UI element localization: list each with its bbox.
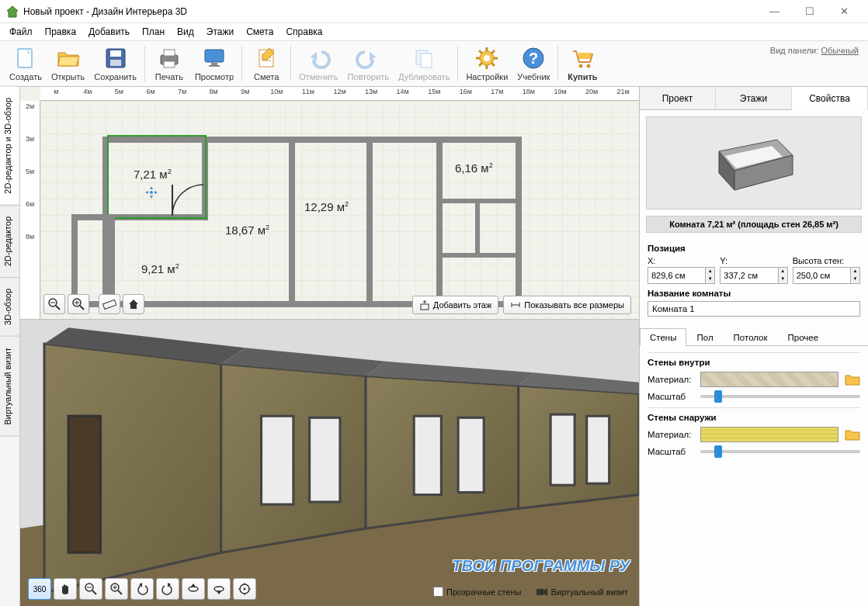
svg-rect-92 <box>536 589 543 595</box>
ruler-icon <box>102 299 116 310</box>
panel-mode-link[interactable]: Обычный <box>821 46 859 55</box>
menu-plan[interactable]: План <box>136 24 171 40</box>
home-button[interactable] <box>123 294 144 314</box>
transparent-walls-checkbox[interactable]: Прозрачные стены <box>430 583 524 600</box>
scale-outside-slider[interactable] <box>700 450 860 453</box>
orbit-button[interactable]: 360 <box>28 578 51 600</box>
virtual-visit-button[interactable]: Виртуальный визит <box>533 584 631 600</box>
scale-inside-slider[interactable] <box>700 395 860 398</box>
browse-material-outside[interactable] <box>845 428 860 442</box>
mat-tab-other[interactable]: Прочее <box>778 328 829 346</box>
menu-estimate[interactable]: Смета <box>240 24 279 40</box>
folder-open-icon <box>56 46 81 71</box>
buy-button[interactable]: Купить <box>561 43 603 85</box>
home-icon <box>127 298 140 310</box>
svg-point-84 <box>214 587 224 591</box>
undo-button[interactable]: Отменить <box>294 43 342 85</box>
svg-rect-50 <box>421 304 429 310</box>
menu-add[interactable]: Добавить <box>82 24 136 40</box>
tab-virtual-visit[interactable]: Виртуальный визит <box>0 336 19 437</box>
room-preview-3d <box>646 116 862 210</box>
menu-view[interactable]: Вид <box>171 24 200 40</box>
mat-tab-ceiling[interactable]: Потолок <box>724 328 778 346</box>
walls-outside-label: Стены снаружи <box>648 413 860 422</box>
rotate-right-button[interactable] <box>156 578 179 600</box>
save-button[interactable]: Сохранить <box>89 43 141 85</box>
svg-rect-48 <box>102 300 116 309</box>
rotate-left-button[interactable] <box>130 578 154 600</box>
svg-rect-8 <box>164 61 175 68</box>
add-floor-button[interactable]: Добавить этаж <box>412 296 498 314</box>
svg-point-32 <box>579 64 583 68</box>
show-dimensions-button[interactable]: Показывать все размеры <box>503 296 631 314</box>
orbit-icon: 360 <box>33 585 47 594</box>
menu-file[interactable]: Файл <box>3 24 39 40</box>
material-inside-swatch[interactable] <box>700 372 838 387</box>
move-handle-icon[interactable] <box>145 186 158 199</box>
svg-line-26 <box>479 50 482 54</box>
zoom-in-3d-button[interactable] <box>105 578 128 600</box>
target-icon <box>238 583 251 595</box>
svg-rect-11 <box>209 65 220 67</box>
redo-button[interactable]: Повторить <box>342 43 394 85</box>
svg-rect-5 <box>110 60 121 66</box>
pos-y-input[interactable]: ▲▼ <box>720 267 787 284</box>
window-title: Новый проект - Дизайн Интерьера 3D <box>23 6 757 17</box>
print-button[interactable]: Печать <box>148 43 190 85</box>
material-outside-swatch[interactable] <box>700 427 838 442</box>
menu-floors[interactable]: Этажи <box>200 24 240 40</box>
estimate-button[interactable]: Смета <box>245 43 287 85</box>
notepad-icon <box>254 46 279 71</box>
svg-line-28 <box>479 63 482 66</box>
svg-marker-83 <box>191 583 196 587</box>
zoom-out-button[interactable] <box>43 294 65 314</box>
tilt-up-button[interactable] <box>182 578 205 600</box>
tab-floors[interactable]: Этажи <box>716 87 792 109</box>
duplicate-button[interactable]: Дублировать <box>394 43 454 85</box>
svg-marker-37 <box>145 191 148 194</box>
redo-icon <box>356 46 380 71</box>
view-2d[interactable]: м4м5м6м7м8м9м10м11м12м13м14м15м16м17м18м… <box>20 87 639 320</box>
svg-point-33 <box>587 64 591 68</box>
svg-marker-93 <box>543 588 547 596</box>
svg-text:?: ? <box>529 50 538 67</box>
settings-button[interactable]: Настройки <box>461 43 512 85</box>
svg-marker-85 <box>217 591 221 594</box>
reset-view-button[interactable] <box>233 578 256 600</box>
tab-project[interactable]: Проект <box>640 87 716 109</box>
print-icon <box>157 46 182 71</box>
measure-button[interactable] <box>99 294 120 314</box>
create-button[interactable]: Создать <box>5 43 47 85</box>
tab-3d-view[interactable]: 3D-обзор <box>0 277 19 337</box>
room-name-input[interactable] <box>648 301 860 317</box>
preview-button[interactable]: Просмотр <box>190 43 238 85</box>
open-button[interactable]: Открыть <box>47 43 89 85</box>
tab-2d-editor[interactable]: 2D-редактор <box>0 205 19 278</box>
tilt-down-button[interactable] <box>207 578 231 600</box>
panel-mode: Вид панели: Обычный <box>770 46 859 55</box>
pos-x-input[interactable]: ▲▼ <box>648 267 715 284</box>
hand-icon <box>59 583 71 595</box>
tab-2d-3d-combo[interactable]: 2D-редактор и 3D-обзор <box>0 86 19 206</box>
pan-button[interactable] <box>54 578 77 600</box>
wall-height-input[interactable]: ▲▼ <box>793 267 860 284</box>
browse-material-inside[interactable] <box>845 372 860 386</box>
minimize-button[interactable]: — <box>757 0 792 23</box>
menu-help[interactable]: Справка <box>279 24 328 40</box>
zoom-in-button[interactable] <box>68 294 89 314</box>
close-button[interactable]: ✕ <box>827 0 862 23</box>
zoom-out-3d-button[interactable] <box>79 578 102 600</box>
mat-tab-floor[interactable]: Пол <box>686 328 723 346</box>
room-name-label: Название комнаты <box>648 289 860 298</box>
svg-line-74 <box>92 590 96 594</box>
view-3d[interactable]: ТВОИ ПРОГРАММЫ РУ 360 Прозрачные стены В… <box>20 320 639 606</box>
mat-tab-walls[interactable]: Стены <box>640 328 686 346</box>
zoom-out-icon <box>48 298 61 310</box>
undo-icon <box>306 46 331 71</box>
menu-edit[interactable]: Правка <box>39 24 83 40</box>
tab-properties[interactable]: Свойства <box>792 87 868 110</box>
maximize-button[interactable]: ☐ <box>792 0 827 23</box>
tutorial-button[interactable]: ?Учебник <box>512 43 554 85</box>
svg-line-45 <box>80 306 84 310</box>
svg-point-87 <box>244 588 246 590</box>
